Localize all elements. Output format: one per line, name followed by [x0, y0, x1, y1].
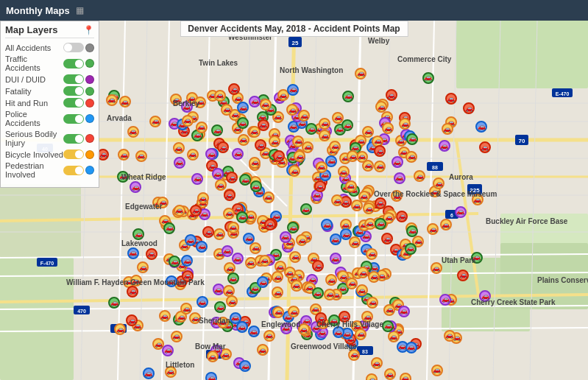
layers-list: All AccidentsTraffic AccidentsDUI / DUID… — [5, 43, 94, 179]
layer-controls-0 — [63, 43, 94, 52]
layer-panel-title: Map Layers — [5, 24, 58, 35]
layer-toggle-7[interactable] — [63, 149, 84, 159]
layer-row-5: Police Accidents — [5, 110, 94, 127]
layer-toggle-3[interactable] — [63, 86, 84, 96]
header-icon: ▦ — [76, 5, 84, 15]
layer-panel-header: Map Layers 📍 — [5, 24, 94, 38]
svg-text:25: 25 — [292, 40, 299, 46]
layer-controls-2 — [63, 74, 94, 84]
layer-name-2: DUI / DUID — [5, 75, 63, 84]
layer-name-0: All Accidents — [5, 43, 63, 52]
layer-row-4: Hit and Run — [5, 98, 94, 108]
layer-name-5: Police Accidents — [5, 110, 63, 127]
layer-controls-4 — [63, 98, 94, 108]
layer-controls-3 — [63, 86, 94, 96]
layer-row-3: Fatality — [5, 86, 94, 96]
layer-dot-4 — [85, 99, 94, 108]
layer-dot-7 — [85, 150, 94, 159]
location-icon[interactable]: 📍 — [83, 25, 94, 35]
layer-controls-5 — [63, 114, 94, 124]
layer-controls-8 — [63, 166, 94, 175]
layer-toggle-1[interactable] — [63, 59, 84, 68]
layer-name-3: Fatality — [5, 87, 63, 96]
layer-name-1: Traffic Accidents — [5, 54, 63, 72]
layer-name-8: Pedestrian Involved — [5, 161, 63, 179]
layer-dot-8 — [85, 166, 94, 175]
layer-name-7: Bicycle Involved — [5, 150, 63, 159]
layer-panel: Map Layers 📍 All AccidentsTraffic Accide… — [0, 21, 99, 188]
header-title: Monthly Maps — [6, 5, 70, 16]
map-container: 25 70 225 6 470 285 83 40 121 88 E-470 F… — [0, 0, 588, 380]
svg-text:88: 88 — [432, 165, 438, 170]
svg-text:E-470: E-470 — [556, 91, 570, 96]
layer-toggle-5[interactable] — [63, 114, 84, 124]
layer-controls-7 — [63, 149, 94, 159]
layer-dot-1 — [85, 59, 94, 68]
map-title: Denver Accidents May, 2018 - Accident Po… — [180, 21, 408, 37]
svg-text:470: 470 — [77, 309, 86, 314]
layer-dot-5 — [85, 114, 94, 123]
layer-toggle-0[interactable] — [63, 43, 84, 52]
layer-toggle-6[interactable] — [63, 134, 84, 144]
layer-name-6: Serious Bodily Injury — [5, 130, 63, 147]
svg-text:285: 285 — [210, 353, 219, 358]
layer-row-1: Traffic Accidents — [5, 54, 94, 72]
svg-text:6: 6 — [450, 213, 453, 218]
svg-text:121: 121 — [114, 327, 123, 332]
svg-text:83: 83 — [362, 349, 368, 354]
layer-toggle-2[interactable] — [63, 74, 84, 84]
layer-dot-3 — [85, 87, 94, 96]
layer-dot-0 — [85, 43, 94, 52]
layer-toggle-4[interactable] — [63, 98, 84, 108]
layer-dot-2 — [85, 75, 94, 84]
layer-controls-6 — [63, 134, 94, 144]
layer-toggle-8[interactable] — [63, 166, 84, 175]
layer-name-4: Hit and Run — [5, 99, 63, 108]
layer-row-7: Bicycle Involved — [5, 149, 94, 159]
layer-row-0: All Accidents — [5, 43, 94, 52]
header: Monthly Maps ▦ — [0, 0, 588, 21]
svg-text:70: 70 — [519, 138, 525, 144]
layer-row-6: Serious Bodily Injury — [5, 130, 94, 147]
svg-text:F-470: F-470 — [40, 261, 54, 266]
svg-text:225: 225 — [470, 187, 480, 194]
svg-rect-4 — [500, 243, 588, 309]
layer-dot-6 — [85, 134, 94, 143]
layer-row-8: Pedestrian Involved — [5, 161, 94, 179]
layer-row-2: DUI / DUID — [5, 74, 94, 84]
layer-controls-1 — [63, 59, 94, 68]
